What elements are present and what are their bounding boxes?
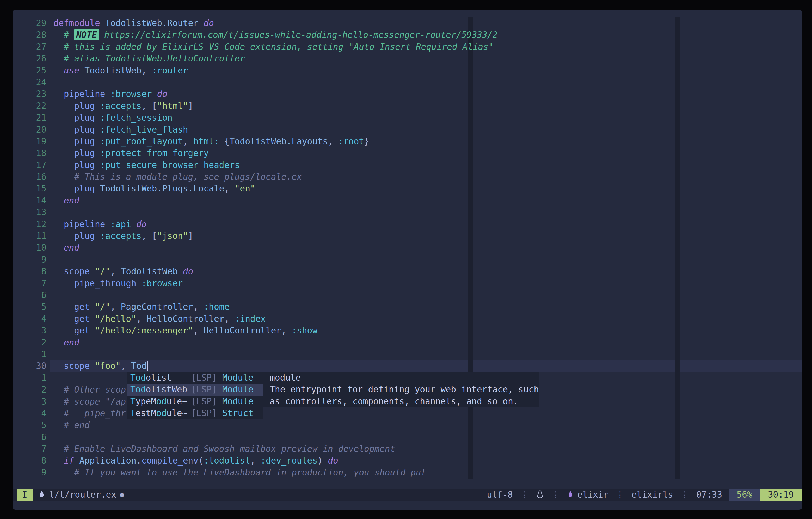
code-line-1[interactable]: 1 <box>12 348 498 360</box>
code-line-26[interactable]: 26 # alias TodolistWeb.HelloController <box>12 53 498 64</box>
battery-percent: 56% <box>729 489 760 500</box>
code-line-12[interactable]: 12 pipeline :api do <box>12 218 498 230</box>
line-content: # Enable LiveDashboard and Swoosh mailbo… <box>53 444 395 454</box>
statusline-right: utf-8 ⋮ ⋮ elixir ⋮ elixirls ⋮ 07:33 56% … <box>487 489 802 500</box>
code-line-23[interactable]: 23 pipeline :browser do <box>12 88 498 100</box>
code-line-3[interactable]: 3 get "/hello/:messenger", HelloControll… <box>12 325 498 336</box>
line-content: end <box>53 195 79 206</box>
code-line-11[interactable]: 11 plug :accepts, ["json"] <box>12 230 498 242</box>
mode-indicator: I <box>17 489 33 500</box>
code-line-18[interactable]: 18 plug :protect_from_forgery <box>12 147 498 159</box>
line-number: 11 <box>12 230 47 242</box>
code-line-9[interactable]: 9 <box>12 254 498 265</box>
code-line-8[interactable]: 8 if Application.compile_env(:todolist, … <box>12 455 498 466</box>
code-line-22[interactable]: 22 plug :accepts, ["html"] <box>12 100 498 112</box>
colorcolumn-120 <box>675 17 680 479</box>
completion-menu[interactable]: Todolist[LSP]ModuleTodolistWeb[LSP]Modul… <box>127 372 263 419</box>
code-line-29[interactable]: 29defmodule TodolistWeb.Router do <box>12 17 498 29</box>
statusline-separator: ⋮ <box>616 490 625 500</box>
code-line-25[interactable]: 25 use TodolistWeb, :router <box>12 65 498 76</box>
line-number: 2 <box>12 337 47 348</box>
line-content: get "/", PageController, :home <box>53 302 230 312</box>
line-number: 1 <box>12 372 47 384</box>
code-line-20[interactable]: 20 plug :fetch_live_flash <box>12 124 498 136</box>
line-content: # This is a module plug, see plugs/local… <box>53 172 302 182</box>
code-line-7[interactable]: 7 pipe_through :browser <box>12 278 498 289</box>
encoding-label: utf-8 <box>487 490 513 500</box>
code-line-6[interactable]: 6 <box>12 431 498 443</box>
code-line-7[interactable]: 7 # Enable LiveDashboard and Swoosh mail… <box>12 443 498 455</box>
line-content: plug :accepts, ["html"] <box>53 101 193 111</box>
line-number: 4 <box>12 407 47 419</box>
droplet-icon <box>38 490 45 499</box>
line-number: 3 <box>12 396 47 407</box>
code-line-24[interactable]: 24 <box>12 76 498 88</box>
code-line-16[interactable]: 16 # This is a module plug, see plugs/lo… <box>12 171 498 183</box>
code-line-6[interactable]: 6 <box>12 289 498 301</box>
code-line-9[interactable]: 9 # If you want to use the LiveDashboard… <box>12 467 498 478</box>
line-content: # scope "/ap <box>53 397 126 407</box>
line-content: # end <box>53 420 90 430</box>
line-number: 21 <box>12 112 47 123</box>
doc-line: as controllers, components, channels, an… <box>270 396 539 407</box>
code-line-21[interactable]: 21 plug :fetch_session <box>12 112 498 123</box>
modified-indicator: ● <box>120 491 124 498</box>
statusline-separator: ⋮ <box>551 490 560 500</box>
line-content: # this is added by ElixirLS VS Code exte… <box>53 42 494 52</box>
code-line-5[interactable]: 5 # end <box>12 419 498 431</box>
line-content: pipeline :api do <box>53 219 147 229</box>
code-line-13[interactable]: 13 <box>12 206 498 218</box>
line-number: 8 <box>12 265 47 277</box>
line-content: if Application.compile_env(:todolist, :d… <box>53 455 338 466</box>
code-line-2[interactable]: 2 end <box>12 337 498 348</box>
line-content: end <box>53 242 79 253</box>
line-number: 16 <box>12 171 47 183</box>
elixir-drop-icon <box>567 490 574 499</box>
line-number: 9 <box>12 254 47 265</box>
code-line-5[interactable]: 5 get "/", PageController, :home <box>12 301 498 313</box>
completion-docs: moduleThe entrypoint for defining your w… <box>263 372 539 407</box>
completion-item-selected[interactable]: TodolistWeb[LSP]Module <box>127 383 263 395</box>
statusline-separator: ⋮ <box>520 490 529 500</box>
statusline-left: I l/t/router.ex ● <box>12 489 124 500</box>
code-line-10[interactable]: 10 end <box>12 242 498 254</box>
line-content: pipeline :browser do <box>53 89 167 99</box>
code-line-28[interactable]: 28 # NOTE https://elixirforum.com/t/issu… <box>12 29 498 41</box>
code-line-19[interactable]: 19 plug :put_root_layout, html: {Todolis… <box>12 136 498 147</box>
line-content: # NOTE https://elixirforum.com/t/issues-… <box>53 30 498 40</box>
line-number: 14 <box>12 195 47 206</box>
line-content: # Other scop <box>53 384 126 395</box>
line-number: 2 <box>12 384 47 396</box>
line-number: 18 <box>12 147 47 159</box>
line-number: 24 <box>12 76 47 88</box>
code-line-15[interactable]: 15 plug TodolistWeb.Plugs.Locale, "en" <box>12 183 498 194</box>
code-line-14[interactable]: 14 end <box>12 195 498 206</box>
code-line-30-current[interactable]: 30 scope "foo", Tod <box>12 360 498 372</box>
line-content: end <box>53 338 79 348</box>
note-badge: NOTE <box>74 29 99 40</box>
text-cursor <box>147 362 148 371</box>
line-content: plug :fetch_live_flash <box>53 124 188 135</box>
completion-item[interactable]: Todolist[LSP]Module <box>127 372 263 383</box>
line-number: 23 <box>12 88 47 100</box>
line-number: 8 <box>12 455 47 466</box>
line-number: 6 <box>12 289 47 301</box>
cursor-position: 30:19 <box>760 489 802 500</box>
line-number: 25 <box>12 65 47 76</box>
line-number: 26 <box>12 53 47 64</box>
line-number: 20 <box>12 124 47 136</box>
code-line-27[interactable]: 27 # this is added by ElixirLS VS Code e… <box>12 41 498 53</box>
line-number: 6 <box>12 431 47 443</box>
line-number: 12 <box>12 218 47 230</box>
tux-icon <box>536 490 544 499</box>
line-number: 7 <box>12 278 47 289</box>
code-line-8[interactable]: 8 scope "/", TodolistWeb do <box>12 265 498 277</box>
code-line-4[interactable]: 4 get "/hello", HelloController, :index <box>12 313 498 325</box>
line-content: scope "/", TodolistWeb do <box>53 266 193 277</box>
line-content: plug TodolistWeb.Plugs.Locale, "en" <box>53 183 255 194</box>
line-number: 10 <box>12 242 47 254</box>
completion-item[interactable]: TypeModule~[LSP]Module <box>127 396 263 407</box>
line-number: 27 <box>12 41 47 53</box>
completion-item[interactable]: TestModule~[LSP]Struct <box>127 407 263 419</box>
code-line-17[interactable]: 17 plug :put_secure_browser_headers <box>12 159 498 171</box>
